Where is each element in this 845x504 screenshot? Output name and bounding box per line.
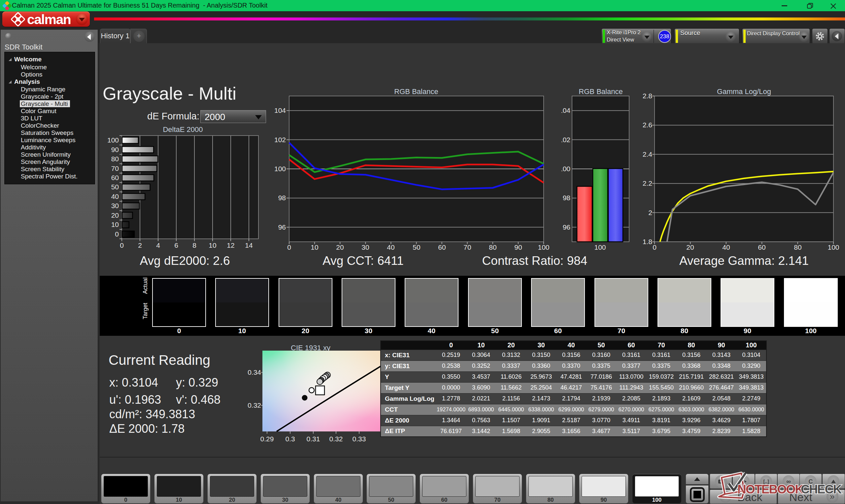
svg-text:2.4: 2.4: [642, 150, 653, 158]
svg-text:2: 2: [648, 209, 652, 216]
svg-text:CHECK: CHECK: [801, 483, 842, 496]
svg-text:0: 0: [120, 241, 124, 249]
svg-text:20: 20: [686, 244, 694, 251]
svg-text:96: 96: [278, 223, 286, 231]
svg-text:30: 30: [111, 202, 119, 210]
svg-text:102: 102: [274, 136, 286, 143]
svg-text:0.3: 0.3: [285, 435, 295, 443]
svg-text:100: 100: [538, 244, 549, 251]
svg-text:96: 96: [563, 223, 570, 231]
svg-text:0: 0: [287, 244, 291, 251]
svg-text:0.34: 0.34: [248, 368, 261, 376]
svg-text:98: 98: [563, 194, 570, 201]
svg-text:104: 104: [561, 107, 570, 114]
svg-text:4: 4: [156, 241, 160, 249]
svg-text:100: 100: [594, 244, 606, 251]
svg-text:8: 8: [192, 241, 196, 249]
svg-text:1.8: 1.8: [642, 238, 652, 246]
svg-text:90: 90: [111, 146, 119, 154]
svg-text:2.6: 2.6: [642, 121, 652, 129]
svg-text:100: 100: [828, 244, 839, 251]
svg-text:70: 70: [111, 165, 119, 172]
svg-text:2.2: 2.2: [642, 179, 652, 187]
svg-text:0.32: 0.32: [330, 435, 343, 443]
svg-text:2.8: 2.8: [642, 92, 652, 100]
svg-text:80: 80: [794, 244, 802, 251]
svg-text:6: 6: [174, 241, 178, 249]
svg-text:60: 60: [111, 174, 119, 181]
svg-text:20: 20: [111, 212, 119, 219]
svg-text:100: 100: [274, 165, 286, 173]
svg-text:98: 98: [278, 194, 286, 201]
svg-text:40: 40: [111, 193, 119, 200]
svg-text:40: 40: [722, 244, 730, 251]
svg-text:50: 50: [111, 183, 119, 191]
svg-text:70: 70: [463, 244, 471, 251]
svg-text:80: 80: [111, 155, 119, 163]
svg-text:60: 60: [758, 244, 765, 251]
svg-text:14: 14: [245, 241, 253, 249]
svg-text:102: 102: [561, 136, 570, 143]
svg-text:12: 12: [227, 241, 234, 249]
svg-text:2: 2: [138, 241, 142, 249]
svg-text:100: 100: [107, 136, 119, 144]
svg-text:0: 0: [653, 244, 656, 251]
svg-text:NOTEBOOK: NOTEBOOK: [737, 483, 804, 496]
svg-text:20: 20: [336, 244, 344, 251]
svg-text:0.33: 0.33: [353, 435, 366, 443]
svg-text:10: 10: [209, 241, 216, 249]
svg-text:104: 104: [274, 107, 286, 114]
svg-text:10: 10: [311, 244, 318, 251]
svg-text:10: 10: [111, 221, 119, 228]
svg-text:80: 80: [489, 244, 496, 251]
svg-text:30: 30: [362, 244, 369, 251]
svg-text:0.29: 0.29: [261, 435, 274, 443]
svg-text:90: 90: [514, 244, 522, 251]
svg-text:100: 100: [561, 165, 570, 173]
svg-text:0: 0: [115, 230, 119, 238]
svg-text:60: 60: [438, 244, 446, 251]
svg-text:0.32: 0.32: [248, 401, 261, 409]
svg-text:0.31: 0.31: [307, 435, 320, 443]
svg-text:40: 40: [387, 244, 394, 251]
svg-text:50: 50: [412, 244, 420, 251]
